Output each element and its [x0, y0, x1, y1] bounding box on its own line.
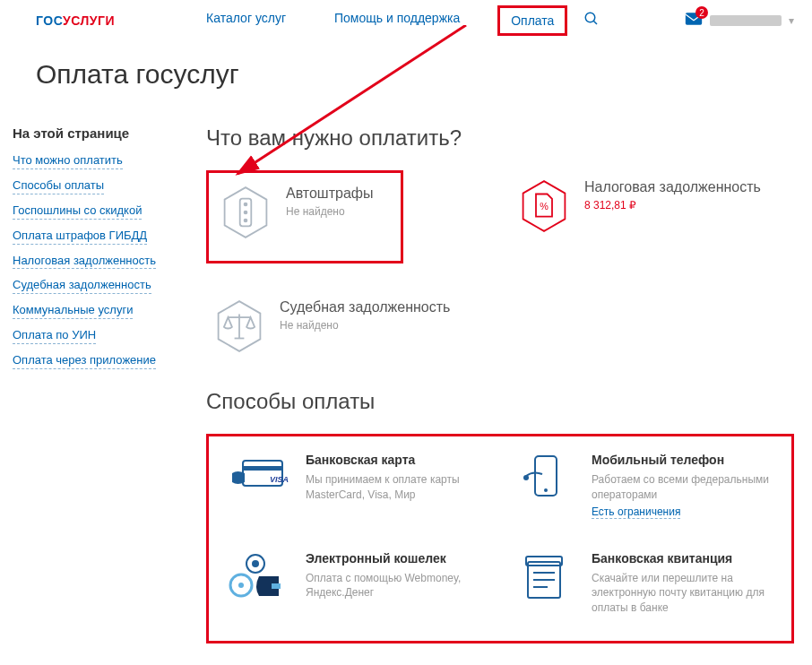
nav-support[interactable]: Помощь и поддержка [324, 5, 471, 36]
fines-title: Автоштрафы [286, 186, 374, 202]
method-receipt-title: Банковская квитанция [592, 551, 773, 566]
method-wallet-sub: Оплата с помощью Webmoney, Яндекс.Денег [306, 571, 488, 601]
heading-what-to-pay: Что вам нужно оплатить? [206, 125, 794, 151]
percent-doc-icon: % [520, 179, 568, 233]
svg-point-6 [244, 203, 248, 207]
method-mobile[interactable]: Мобильный телефон Работаем со всеми феде… [513, 453, 773, 519]
method-card-title: Банковская карта [306, 453, 488, 467]
ewallet-icon [227, 551, 289, 601]
svg-point-24 [238, 583, 244, 588]
method-mobile-title: Мобильный телефон [592, 453, 773, 467]
mail-button[interactable]: 2 [685, 12, 703, 30]
svg-line-1 [594, 21, 598, 24]
method-wallet-title: Электронный кошелек [306, 551, 488, 566]
svg-point-19 [544, 488, 548, 492]
card-court[interactable]: Судебная задолженность Не найдено [206, 290, 475, 362]
method-wallet[interactable]: Электронный кошелек Оплата с помощью Web… [227, 551, 488, 616]
method-card[interactable]: VISA Банковская карта Мы принимаем к опл… [227, 453, 488, 519]
scales-icon [215, 299, 263, 353]
svg-point-22 [252, 560, 259, 567]
svg-text:VISA: VISA [270, 475, 289, 484]
user-area[interactable]: 2 ▾ [685, 12, 794, 30]
sidebar-link-methods[interactable]: Способы оплаты [13, 178, 104, 194]
sidebar-link-app[interactable]: Оплата через приложение [13, 353, 156, 369]
page-title: Оплата госуслуг [0, 41, 812, 99]
svg-text:%: % [540, 201, 549, 212]
nav-catalog[interactable]: Каталог услуг [195, 5, 297, 36]
court-title: Судебная задолженность [280, 299, 450, 315]
nav-payment[interactable]: Оплата [497, 5, 567, 36]
search-icon [583, 11, 600, 27]
traffic-light-icon [221, 186, 270, 239]
logo-part2: УСЛУГИ [63, 13, 115, 28]
methods-box: VISA Банковская карта Мы принимаем к опл… [206, 434, 794, 643]
sidebar-link-uin[interactable]: Оплата по УИН [13, 328, 96, 344]
sidebar-link-duty[interactable]: Госпошлины со скидкой [13, 203, 142, 220]
method-card-sub: Мы принимаем к оплате карты MasterCard, … [306, 472, 488, 503]
svg-point-8 [244, 219, 248, 223]
mail-badge: 2 [695, 6, 708, 19]
method-receipt-sub: Скачайте или перешлите на электронную по… [592, 571, 773, 616]
card-fines[interactable]: Автоштрафы Не найдено [206, 170, 403, 263]
svg-point-7 [244, 211, 248, 215]
tax-title: Налоговая задолженность [584, 179, 761, 195]
svg-rect-25 [272, 583, 281, 589]
logo-part1: ГОС [36, 13, 63, 28]
tax-status: 8 312,81 ₽ [584, 199, 761, 212]
main-content: Что вам нужно оплатить? Автоштрафы Не на… [206, 125, 794, 643]
top-nav: Каталог услуг Помощь и поддержка Оплата [195, 5, 567, 36]
heading-methods: Способы оплаты [206, 389, 794, 414]
sidebar-link-what[interactable]: Что можно оплатить [13, 153, 123, 169]
court-status: Не найдено [280, 319, 450, 332]
method-receipt[interactable]: Банковская квитанция Скачайте или перешл… [513, 551, 773, 616]
mobile-phone-icon [513, 453, 575, 503]
receipt-icon [513, 551, 575, 601]
sidebar: На этой странице Что можно оплатить Спос… [9, 125, 188, 378]
fines-status: Не найдено [286, 205, 374, 218]
sidebar-link-gibdd[interactable]: Оплата штрафов ГИБДД [13, 229, 147, 245]
svg-point-0 [586, 13, 596, 22]
header: ГОСУСЛУГИ Каталог услуг Помощь и поддерж… [0, 0, 812, 41]
sidebar-title: На этой странице [13, 125, 188, 141]
sidebar-link-court[interactable]: Судебная задолженность [13, 278, 151, 294]
logo[interactable]: ГОСУСЛУГИ [36, 13, 115, 28]
user-name-redacted [710, 15, 782, 26]
sidebar-link-tax[interactable]: Налоговая задолженность [13, 254, 156, 270]
method-mobile-link[interactable]: Есть ограничения [592, 505, 680, 519]
bank-card-icon: VISA [227, 453, 289, 503]
card-tax[interactable]: % Налоговая задолженность 8 312,81 ₽ [511, 170, 780, 263]
svg-rect-16 [243, 466, 282, 471]
svg-point-20 [523, 475, 529, 480]
search-button[interactable] [583, 11, 600, 30]
sidebar-link-utilities[interactable]: Коммунальные услуги [13, 303, 133, 319]
method-mobile-sub: Работаем со всеми федеральными оператора… [592, 472, 773, 503]
chevron-down-icon: ▾ [789, 14, 794, 27]
